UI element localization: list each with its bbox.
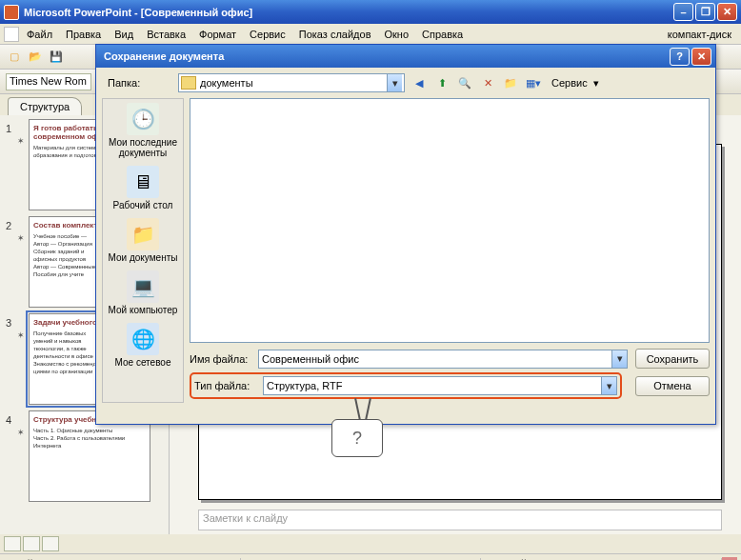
normal-view-button[interactable] [4, 536, 21, 551]
menu-tools[interactable]: Сервис [244, 27, 291, 42]
place-computer[interactable]: 💻 Мой компьютер [105, 270, 181, 315]
dialog-title: Сохранение документа [100, 50, 670, 62]
menu-insert[interactable]: Вставка [141, 27, 191, 42]
dialog-close-button[interactable]: ✕ [691, 48, 711, 66]
menu-edit[interactable]: Правка [60, 27, 107, 42]
filetype-highlight: Тип файла: Структура, RTF ▾ [190, 372, 622, 399]
places-bar: 🕒 Мои последние документы 🖥 Рабочий стол… [102, 98, 184, 403]
callout-text: ? [331, 419, 383, 457]
new-folder-icon[interactable]: 📁 [502, 74, 519, 91]
delete-icon[interactable]: ✕ [479, 74, 496, 91]
filename-value: Современный офис [262, 353, 359, 365]
main-window-titlebar: Microsoft PowerPoint - [Современный офис… [0, 0, 741, 24]
filetype-label: Тип файла: [194, 380, 263, 391]
recent-icon: 🕒 [127, 103, 159, 135]
place-documents[interactable]: 📁 Мои документы [105, 218, 181, 263]
network-icon: 🌐 [127, 323, 159, 355]
animation-icon: ✶ [15, 119, 27, 210]
tab-structure[interactable]: Структура [8, 97, 82, 115]
animation-icon: ✶ [15, 410, 27, 502]
new-icon[interactable]: ▢ [6, 49, 23, 66]
menubar: Файл Правка Вид Вставка Формат Сервис По… [0, 24, 741, 45]
menu-view[interactable]: Вид [109, 27, 139, 42]
file-list[interactable] [190, 98, 710, 343]
dialog-help-button[interactable]: ? [670, 48, 690, 66]
documents-icon: 📁 [127, 218, 159, 250]
views-icon[interactable]: ▦▾ [525, 74, 542, 91]
close-button[interactable]: ✕ [717, 3, 737, 21]
menu-format[interactable]: Формат [193, 27, 242, 42]
filetype-value: Структура, RTF [267, 380, 342, 391]
slideshow-view-button[interactable] [42, 536, 59, 551]
search-icon[interactable]: 🔍 [456, 74, 473, 91]
font-selector[interactable]: Times New Rom [6, 73, 91, 90]
menu-window[interactable]: Окно [379, 27, 415, 42]
thumb-number: 3 [2, 313, 15, 405]
animation-icon: ✶ [15, 216, 27, 308]
cancel-button[interactable]: Отмена [635, 376, 710, 396]
thumb-number: 4 [2, 410, 15, 502]
notes-area[interactable]: Заметки к слайду [198, 510, 722, 530]
chevron-down-icon[interactable]: ▾ [611, 350, 627, 368]
place-recent[interactable]: 🕒 Мои последние документы [105, 103, 181, 158]
menu-right-text[interactable]: компакт-диск [668, 29, 737, 40]
computer-icon: 💻 [127, 270, 159, 303]
folder-icon [181, 76, 196, 90]
chevron-down-icon[interactable]: ▾ [593, 77, 599, 90]
document-icon [4, 27, 19, 42]
menu-file[interactable]: Файл [21, 27, 58, 42]
thumb-number: 2 [2, 216, 15, 308]
filename-input[interactable]: Современный офис ▾ [258, 350, 628, 369]
animation-icon: ✶ [15, 313, 27, 405]
save-dialog: Сохранение документа ? ✕ Папка: документ… [95, 44, 716, 425]
open-icon[interactable]: 📂 [27, 49, 44, 66]
menu-help[interactable]: Справка [416, 27, 469, 42]
dialog-titlebar: Сохранение документа ? ✕ [96, 45, 715, 68]
callout-annotation: ? [331, 400, 383, 457]
up-icon[interactable]: ⬆ [433, 74, 451, 91]
filename-label: Имя файла: [190, 353, 258, 365]
tools-menu[interactable]: Сервис [551, 77, 588, 89]
place-network[interactable]: 🌐 Мое сетевое [105, 323, 181, 368]
save-icon[interactable]: 💾 [48, 49, 65, 66]
sorter-view-button[interactable] [23, 536, 40, 551]
minimize-button[interactable]: – [673, 3, 693, 21]
statusbar: Слайд 3 из 5 Квадрант русский (Россия) [0, 553, 741, 560]
view-strip [0, 534, 741, 553]
window-title: Microsoft PowerPoint - [Современный офис… [24, 7, 673, 18]
folder-value: документы [200, 77, 253, 89]
status-spellcheck-icon[interactable] [722, 557, 737, 561]
menu-slideshow[interactable]: Показ слайдов [293, 27, 377, 42]
folder-label: Папка: [102, 77, 178, 89]
chevron-down-icon[interactable]: ▾ [601, 377, 616, 394]
desktop-icon: 🖥 [127, 166, 159, 198]
filetype-dropdown[interactable]: Структура, RTF ▾ [263, 376, 617, 395]
chevron-down-icon[interactable]: ▾ [387, 74, 402, 91]
back-icon[interactable]: ◀ [411, 74, 428, 91]
place-desktop[interactable]: 🖥 Рабочий стол [105, 166, 181, 210]
powerpoint-icon [4, 5, 19, 20]
save-button[interactable]: Сохранить [635, 349, 710, 369]
thumb-number: 1 [2, 119, 15, 210]
maximize-button[interactable]: ❐ [695, 3, 715, 21]
folder-dropdown[interactable]: документы ▾ [178, 73, 405, 92]
